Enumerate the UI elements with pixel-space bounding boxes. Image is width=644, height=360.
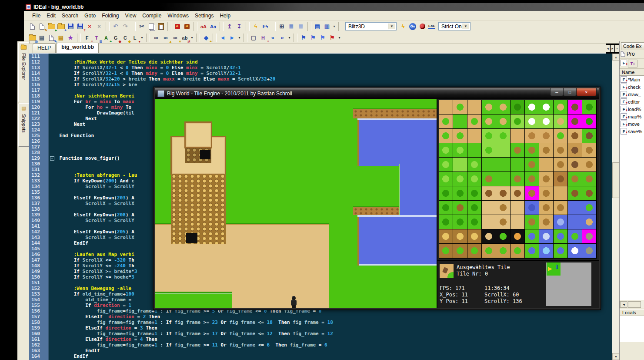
compile-check-icon[interactable]: Fϟ [260, 22, 270, 31]
tile-0-3[interactable] [482, 100, 496, 114]
tile-1-10[interactable] [582, 114, 596, 128]
tile-1-7[interactable] [539, 114, 553, 128]
tile-1-0[interactable] [439, 114, 453, 128]
scroll-up-icon[interactable]: ▲ [612, 54, 620, 61]
tile-0-1[interactable] [453, 100, 467, 114]
tile-9-9[interactable] [568, 229, 582, 243]
tile-8-4[interactable] [496, 215, 510, 229]
tile-7-6[interactable] [525, 201, 539, 215]
tile-3-1[interactable] [453, 143, 467, 157]
scrollbar-thumb[interactable] [612, 162, 620, 198]
tile-10-2[interactable] [467, 244, 481, 258]
tile-6-10[interactable] [582, 186, 596, 200]
tile-6-9[interactable] [568, 186, 582, 200]
tile-3-2[interactable] [467, 143, 481, 157]
tile-1-6[interactable] [525, 114, 539, 128]
tile-9-4[interactable] [496, 229, 510, 243]
tile-5-2[interactable] [467, 172, 481, 186]
tile-6-5[interactable] [511, 186, 524, 200]
undo-icon[interactable]: ↶ [111, 22, 120, 31]
type-list-icon[interactable]: T≣ [92, 34, 101, 42]
tile-2-2[interactable] [467, 129, 481, 143]
move-line-down-icon[interactable]: ↧ [234, 22, 244, 31]
layout-dropdown[interactable]: ▾ [332, 22, 337, 31]
tile-8-10[interactable] [582, 215, 596, 229]
tile-10-0[interactable] [439, 244, 453, 258]
tile-3-5[interactable] [511, 143, 524, 157]
menu-folding[interactable]: Folding [99, 12, 122, 20]
project-button[interactable]: Pro [620, 50, 644, 59]
tile-10-9[interactable] [568, 244, 582, 258]
tile-2-6[interactable] [525, 129, 539, 143]
function-list-item[interactable]: Fcheck [620, 83, 644, 91]
function-list-item[interactable]: Feditor [620, 98, 644, 105]
menu-help[interactable]: Help [217, 12, 234, 20]
tile-4-10[interactable] [582, 158, 596, 172]
tile-4-0[interactable] [439, 158, 453, 172]
tile-5-8[interactable] [554, 172, 567, 186]
tile-9-3[interactable] [482, 229, 496, 243]
tile-7-2[interactable] [467, 201, 481, 215]
tile-9-8[interactable] [554, 229, 567, 243]
comment-add-icon[interactable]: ≣ [287, 22, 296, 31]
tile-0-6[interactable] [525, 100, 539, 114]
tile-7-10[interactable] [582, 201, 596, 215]
tile-4-2[interactable] [467, 158, 481, 172]
tile-7-5[interactable] [511, 201, 524, 215]
go-button[interactable]: Go [408, 22, 417, 31]
tile-2-3[interactable] [482, 129, 496, 143]
fold-toggle-icon[interactable]: ⊞ [277, 22, 287, 31]
tile-0-4[interactable] [496, 100, 510, 114]
tile-6-6[interactable] [525, 186, 539, 200]
tile-5-9[interactable] [568, 172, 582, 186]
game-titlebar[interactable]: Big World - Tile Engine - 2010/2011 by B… [155, 88, 599, 99]
scroll-down-icon[interactable]: ▼ [612, 353, 620, 360]
tile-9-2[interactable] [467, 229, 481, 243]
nav-forward-icon[interactable]: ► [227, 34, 237, 42]
cut-icon[interactable]: ✂ [137, 22, 147, 31]
fold-margin[interactable] [48, 54, 56, 360]
bookmark-dropdown[interactable]: ▾ [337, 34, 342, 42]
tile-1-4[interactable] [496, 114, 510, 128]
tile-1-2[interactable] [467, 114, 481, 128]
tile-8-2[interactable] [467, 215, 481, 229]
tile-3-8[interactable] [554, 143, 567, 157]
tile-10-8[interactable] [554, 244, 567, 258]
save-as-icon[interactable]: ? [75, 22, 85, 31]
tile-5-7[interactable] [539, 172, 553, 186]
replace-icon[interactable]: ab⇄ [180, 34, 190, 42]
highlight-icon[interactable]: H* [258, 34, 268, 42]
tile-8-8[interactable] [554, 215, 567, 229]
bookmark-next-icon[interactable]: ⚑ [308, 34, 318, 42]
tile-9-0[interactable] [439, 229, 453, 243]
tile-7-1[interactable] [453, 201, 467, 215]
edit-view-icon[interactable]: ✎ [47, 34, 56, 42]
filter-functions-tab[interactable]: F [621, 60, 627, 66]
tile-10-7[interactable] [539, 244, 553, 258]
nav-back-icon[interactable]: ◄ [218, 34, 227, 42]
tile-3-10[interactable] [582, 143, 596, 157]
tile-3-7[interactable] [539, 143, 553, 157]
combo-dropdown-icon[interactable]: ▼ [388, 23, 396, 30]
tile-2-5[interactable] [511, 129, 524, 143]
hscroll-left-icon[interactable]: ◄ [620, 301, 627, 308]
function-list-icon[interactable]: F* [82, 34, 92, 42]
tile-2-0[interactable] [439, 129, 453, 143]
function-list-item[interactable]: Fmove [620, 120, 644, 128]
quick-compile-icon[interactable]: ϟ [251, 22, 260, 31]
tile-5-0[interactable] [439, 172, 453, 186]
strict-combo[interactable]: Strict On▼ [438, 22, 470, 30]
tile-0-10[interactable] [582, 100, 596, 114]
tile-4-4[interactable] [496, 158, 510, 172]
process-icon[interactable]: ◆+ [201, 34, 211, 42]
combo-dropdown-icon[interactable]: ▼ [462, 23, 470, 30]
close-file-icon[interactable]: × [85, 22, 94, 31]
tile-2-8[interactable] [554, 129, 567, 143]
tile-7-4[interactable] [496, 201, 510, 215]
tile-8-5[interactable] [511, 215, 524, 229]
tile-7-8[interactable] [554, 201, 567, 215]
tile-6-7[interactable] [539, 186, 553, 200]
tile-8-1[interactable] [453, 215, 467, 229]
tile-7-7[interactable] [539, 201, 553, 215]
new-template-icon[interactable]: ✎ [37, 22, 47, 31]
